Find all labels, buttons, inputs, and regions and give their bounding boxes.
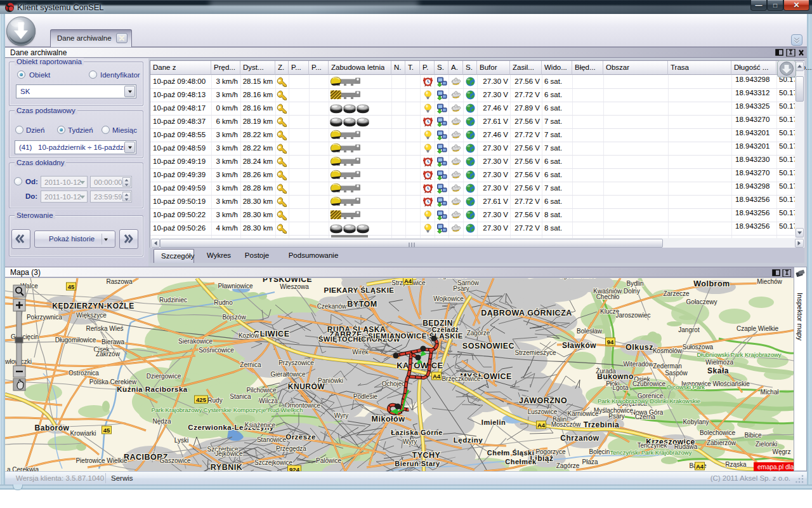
svg-text:Lędziny: Lędziny [454, 436, 483, 444]
svg-text:Strzemieszyce: Strzemieszyce [514, 349, 556, 356]
svg-text:A4: A4 [404, 278, 412, 284]
svg-text:Palowice: Palowice [316, 457, 341, 464]
svg-text:Gierałtowice: Gierałtowice [270, 371, 305, 378]
svg-text:Pokrzywnica: Pokrzywnica [27, 314, 63, 321]
svg-text:Sarnów: Sarnów [457, 279, 480, 286]
svg-text:Długomiłowice: Długomiłowice [55, 337, 96, 344]
svg-text:Chrzanów: Chrzanów [560, 434, 599, 443]
svg-text:Jangrot: Jangrot [678, 326, 700, 333]
svg-text:Większyce: Większyce [76, 312, 107, 319]
svg-text:Michał: Michał [761, 389, 780, 396]
svg-text:Skała: Skała [707, 366, 729, 375]
svg-text:Czeladź: Czeladź [432, 326, 459, 333]
svg-text:Kozłów: Kozłów [239, 332, 259, 339]
svg-text:Polska Cerekiew: Polska Cerekiew [89, 378, 137, 385]
svg-text:Czubrowice: Czubrowice [632, 380, 666, 387]
svg-text:TYCHY: TYCHY [412, 451, 441, 460]
svg-text:Chechło: Chechło [596, 293, 620, 300]
svg-text:Luszowice: Luszowice [528, 408, 558, 415]
svg-text:Bolesław: Bolesław [577, 328, 603, 335]
svg-text:Bojszów: Bojszów [222, 314, 246, 321]
svg-text:Bydlin: Bydlin [626, 280, 643, 287]
svg-text:Park Krajobrazowy Dolinki Krak: Park Krajobrazowy Dolinki Krakowskie [598, 398, 700, 404]
svg-text:Płaza: Płaza [582, 458, 598, 465]
svg-text:Tąpkowice: Tąpkowice [437, 278, 468, 279]
svg-text:Paniówki: Paniówki [318, 377, 343, 384]
svg-text:Rząska: Rząska [725, 461, 747, 468]
svg-text:A4: A4 [696, 463, 704, 470]
svg-text:Rudy: Rudy [207, 397, 222, 404]
svg-text:Węgrz: Węgrz [773, 448, 791, 455]
svg-text:Moszczów: Moszczów [551, 421, 581, 428]
svg-text:Bolechowice: Bolechowice [700, 429, 736, 436]
svg-text:Pietrowice Wielkie: Pietrowice Wielkie [75, 457, 128, 464]
svg-text:Wieszowa: Wieszowa [280, 283, 309, 290]
svg-text:Bolęcin: Bolęcin [589, 448, 610, 455]
svg-text:Przegędza: Przegędza [276, 445, 306, 452]
svg-text:Park Krajobrazowy Cysterskie K: Park Krajobrazowy Cysterskie Kompozycje … [151, 406, 303, 413]
svg-text:Tenczynek: Tenczynek [637, 442, 667, 449]
svg-text:Myślachowice: Myślachowice [594, 407, 634, 414]
svg-text:Bierawa: Bierawa [102, 338, 125, 345]
svg-text:Saspów: Saspów [665, 370, 688, 377]
svg-text:Stanowice: Stanowice [257, 436, 287, 443]
svg-text:Zagórze: Zagórze [556, 462, 580, 469]
svg-text:Lgota: Lgota [612, 384, 628, 391]
svg-text:Dziergowice: Dziergowice [147, 373, 181, 380]
svg-text:Sułoszowa: Sułoszowa [683, 344, 714, 351]
svg-text:Nędza: Nędza [153, 418, 171, 425]
svg-text:RYBNIK: RYBNIK [211, 463, 242, 471]
svg-text:Podlesie: Podlesie [353, 393, 378, 400]
svg-text:PIEKARY ŚLĄSKIE: PIEKARY ŚLĄSKIE [324, 286, 394, 294]
svg-text:BYTOM: BYTOM [347, 300, 377, 309]
svg-text:Czerna: Czerna [635, 413, 656, 420]
svg-text:emapa.pl dla: emapa.pl dla [757, 464, 794, 471]
svg-text:Kuźnia Raciborska: Kuźnia Raciborska [117, 385, 187, 393]
svg-text:Jaroszowiec: Jaroszowiec [615, 312, 650, 319]
svg-text:Rudno: Rudno [214, 299, 233, 306]
svg-text:924: 924 [289, 466, 300, 472]
svg-text:45: 45 [68, 283, 75, 290]
svg-text:Miechów: Miechów [757, 278, 782, 285]
svg-text:Zakrzów: Zakrzów [96, 351, 121, 358]
svg-text:Książenice: Książenice [245, 422, 276, 429]
svg-text:Czaple Wielkie: Czaple Wielkie [737, 325, 779, 332]
svg-text:Czekanów: Czekanów [317, 303, 347, 310]
svg-text:SOSNOWIEC: SOSNOWIEC [462, 342, 514, 351]
svg-text:94: 94 [607, 338, 614, 345]
svg-text:Zabierzów: Zabierzów [707, 439, 737, 446]
svg-text:Zagórze: Zagórze [467, 330, 490, 337]
svg-text:Trzebinia: Trzebinia [584, 420, 620, 429]
svg-text:Zarzecze: Zarzecze [663, 290, 690, 297]
svg-text:Żernica: Żernica [240, 361, 261, 368]
svg-text:Tenczyński Park Krajobrazowy: Tenczyński Park Krajobrazowy [610, 449, 692, 456]
svg-text:Pogorzyce: Pogorzyce [535, 448, 566, 455]
svg-text:Ochojec: Ochojec [382, 380, 405, 387]
svg-text:Kosmolów: Kosmolów [653, 347, 683, 354]
svg-text:Gaszowice: Gaszowice [160, 457, 191, 464]
svg-text:a Cerekwia: a Cerekwia [7, 466, 39, 471]
svg-text:Jejkowice: Jejkowice [215, 450, 243, 457]
svg-text:Ojcowski Park: Ojcowski Park [667, 384, 705, 391]
svg-text:Pilchowice: Pilchowice [246, 387, 277, 394]
svg-text:DĄBROWA GÓRNICZA: DĄBROWA GÓRNICZA [481, 308, 572, 318]
svg-text:Sośnicowice: Sośnicowice [199, 347, 234, 354]
svg-text:Wyry: Wyry [403, 438, 417, 445]
svg-text:Raszowa: Raszowa [106, 278, 133, 285]
svg-text:Orzesze: Orzesze [285, 433, 316, 441]
svg-text:Olkusz: Olkusz [625, 343, 653, 352]
svg-text:Brzęczkowice: Brzęczkowice [442, 375, 481, 382]
svg-text:KĘDZIERZYN-KOŹLE: KĘDZIERZYN-KOŹLE [52, 301, 134, 311]
svg-text:Ostrożnica: Ostrożnica [69, 370, 99, 377]
svg-text:Łaziska Górne: Łaziska Górne [391, 429, 443, 436]
svg-text:Chełm Śląski: Chełm Śląski [487, 449, 534, 457]
svg-text:45: 45 [103, 427, 110, 434]
svg-text:Chełmek: Chełmek [505, 458, 537, 465]
svg-text:Wyry: Wyry [334, 412, 349, 419]
svg-text:Stanica: Stanica [230, 393, 251, 400]
svg-text:Wielmoza: Wielmoza [705, 359, 733, 366]
svg-text:425: 425 [196, 396, 207, 403]
svg-text:Żurada: Żurada [596, 367, 616, 375]
svg-text:Imielin: Imielin [481, 418, 506, 426]
svg-text:Lyski: Lyski [174, 437, 188, 444]
